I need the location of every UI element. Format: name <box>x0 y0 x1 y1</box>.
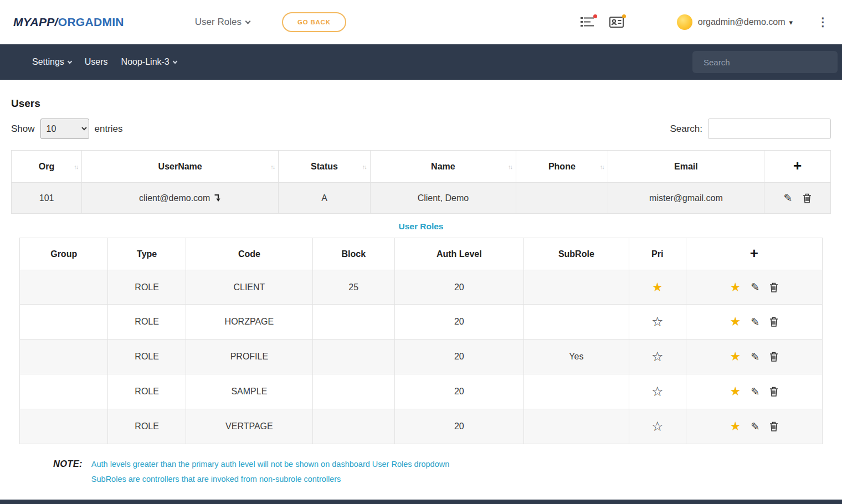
header-phone[interactable]: Phone↑↓ <box>516 151 608 183</box>
cell-type: ROLE <box>108 374 186 409</box>
subnav-noop-link-label: Noop-Link-3 <box>121 57 170 67</box>
primary-star-outline-icon[interactable]: ☆ <box>651 419 664 434</box>
edit-role-icon[interactable]: ✎ <box>751 421 759 433</box>
go-back-button[interactable]: GO BACK <box>282 12 346 32</box>
page-title: Users <box>11 97 831 110</box>
delete-user-icon[interactable] <box>803 193 812 203</box>
cell-subrole <box>523 374 629 409</box>
delete-role-icon[interactable] <box>769 387 778 397</box>
note-label: NOTE: <box>53 459 83 469</box>
set-primary-star-icon[interactable]: ★ <box>730 384 741 398</box>
header-org[interactable]: Org↑↓ <box>12 151 82 183</box>
primary-star-outline-icon[interactable]: ☆ <box>651 349 664 364</box>
subnav-item-settings[interactable]: Settings <box>32 57 71 67</box>
set-primary-star-icon[interactable]: ★ <box>730 419 741 433</box>
header-status[interactable]: Status↑↓ <box>279 151 371 183</box>
table-search-input[interactable] <box>708 119 831 139</box>
set-primary-star-icon[interactable]: ★ <box>730 315 741 328</box>
kebab-menu-icon[interactable]: ⋮ <box>817 16 829 29</box>
primary-star-outline-icon[interactable]: ☆ <box>651 314 664 329</box>
topbar: MYAPP/ORGADMIN User Roles GO BACK <box>0 0 842 44</box>
contact-card-icon[interactable] <box>609 16 624 28</box>
chevron-down-icon <box>173 59 177 63</box>
cell-group <box>20 270 108 305</box>
sort-icon[interactable]: ↑↓ <box>362 163 366 170</box>
set-primary-star-icon[interactable]: ★ <box>730 349 741 363</box>
subnav-item-users[interactable]: Users <box>85 57 108 67</box>
cell-actions: ★✎ <box>686 374 822 409</box>
cell-pri: ★ <box>629 270 686 305</box>
cell-phone <box>516 183 608 214</box>
cell-email: mister@gmail.com <box>608 183 764 214</box>
edit-role-icon[interactable]: ✎ <box>751 316 759 328</box>
users-table-header-row: Org↑↓ UserName↑↓ Status↑↓ Name↑↓ Phone↑↓… <box>12 151 831 183</box>
header-block: Block <box>312 238 394 270</box>
app-logo[interactable]: MYAPP/ORGADMIN <box>13 16 124 29</box>
sort-icon[interactable]: ↑↓ <box>270 163 274 170</box>
header-username[interactable]: UserName↑↓ <box>82 151 279 183</box>
cell-auth-level: 20 <box>394 409 523 444</box>
global-search-input[interactable] <box>692 51 838 73</box>
role-row: ROLEHORZPAGE20☆★✎ <box>20 305 823 340</box>
sort-icon[interactable]: ↑↓ <box>74 163 78 170</box>
cell-subrole <box>523 305 629 340</box>
user-menu[interactable]: orgadmin@demo.com ▾ <box>698 17 793 27</box>
notification-badge-red <box>593 14 597 18</box>
users-table-body: 101client@demo.comAClient, Demomister@gm… <box>12 183 831 214</box>
edit-user-icon[interactable]: ✎ <box>784 192 793 204</box>
edit-role-icon[interactable]: ✎ <box>751 386 759 398</box>
user-roles-table: Group Type Code Block Auth Level SubRole… <box>19 238 823 444</box>
add-role-icon[interactable]: + <box>750 245 758 261</box>
page-size-select[interactable]: 10 <box>40 119 89 139</box>
delete-role-icon[interactable] <box>769 421 778 431</box>
cell-status: A <box>279 183 371 214</box>
role-row: ROLEPROFILE20Yes☆★✎ <box>20 340 823 374</box>
role-row: ROLEVERTPAGE20☆★✎ <box>20 409 823 444</box>
cell-auth-level: 20 <box>394 340 523 374</box>
user-roles-dropdown[interactable]: User Roles <box>195 17 250 28</box>
header-email[interactable]: Email <box>608 151 764 183</box>
delete-role-icon[interactable] <box>769 282 778 292</box>
search-label: Search: <box>670 124 702 135</box>
subnav-item-noop-link-3[interactable]: Noop-Link-3 <box>121 57 177 67</box>
cell-type: ROLE <box>108 270 186 305</box>
cell-code: HORZPAGE <box>186 305 312 340</box>
cell-group <box>20 374 108 409</box>
cell-actions: ★✎ <box>686 305 822 340</box>
roles-table-body: ROLECLIENT2520★★✎ROLEHORZPAGE20☆★✎ROLEPR… <box>20 270 823 444</box>
subnav-settings-label: Settings <box>32 57 64 67</box>
edit-role-icon[interactable]: ✎ <box>751 351 759 363</box>
primary-star-outline-icon[interactable]: ☆ <box>651 384 664 399</box>
cell-username: client@demo.com <box>82 183 279 214</box>
footer-strip <box>0 500 842 504</box>
edit-role-icon[interactable]: ✎ <box>751 281 759 293</box>
username-text: client@demo.com <box>139 193 210 203</box>
set-primary-star-icon[interactable]: ★ <box>730 280 741 294</box>
note-lines: Auth levels greater than the primary aut… <box>91 459 449 484</box>
sort-icon[interactable]: ↑↓ <box>600 163 604 170</box>
user-avatar-sun-icon[interactable] <box>677 14 692 30</box>
header-name[interactable]: Name↑↓ <box>370 151 516 183</box>
user-roles-section-header: User Roles <box>11 214 831 238</box>
activity-list-icon[interactable] <box>580 16 595 28</box>
delete-role-icon[interactable] <box>769 317 778 327</box>
cell-code: PROFILE <box>186 340 312 374</box>
user-roles-dropdown-label: User Roles <box>195 17 242 28</box>
cell-code: CLIENT <box>186 270 312 305</box>
cell-type: ROLE <box>108 409 186 444</box>
subnav: Settings Users Noop-Link-3 <box>0 44 842 80</box>
chevron-down-icon <box>245 19 250 24</box>
sort-icon[interactable]: ↑↓ <box>508 163 512 170</box>
add-user-icon[interactable]: + <box>793 157 802 174</box>
delete-role-icon[interactable] <box>769 352 778 362</box>
show-label: Show <box>11 124 35 135</box>
primary-star-filled-icon[interactable]: ★ <box>652 280 663 294</box>
user-roles-link[interactable]: User Roles <box>399 222 444 231</box>
cell-type: ROLE <box>108 305 186 340</box>
cell-pri: ☆ <box>629 409 686 444</box>
table-search: Search: <box>670 119 831 139</box>
cell-code: VERTPAGE <box>186 409 312 444</box>
login-as-icon[interactable] <box>214 194 221 202</box>
cell-subrole <box>523 270 629 305</box>
cell-actions: ★✎ <box>686 340 822 374</box>
